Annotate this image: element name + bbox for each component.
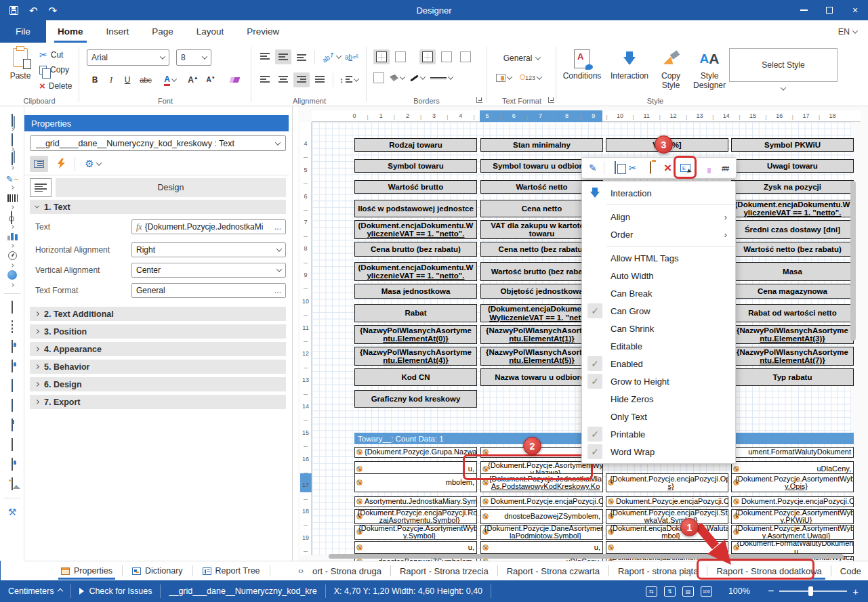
barcode-icon[interactable] [0, 192, 24, 209]
border-style-button[interactable] [430, 76, 453, 80]
text-format-dialog-launcher-icon[interactable] [548, 97, 554, 103]
design-data-cell[interactable]: {Dokument.Pozycje.encjaPozycji.RodzajAso… [354, 509, 477, 524]
data-band-icon[interactable] [0, 419, 24, 431]
close-button[interactable]: × [842, 0, 868, 20]
edit-button[interactable]: ✎ [585, 160, 601, 176]
property-value-select[interactable]: Right [131, 242, 286, 257]
page-tab-raport-strona-trzecia[interactable]: Raport - Strona trzecia [391, 561, 497, 580]
clone-component-icon[interactable] [0, 153, 24, 169]
design-header-cell[interactable]: Symbol towaru [354, 159, 477, 173]
design-header-cell[interactable]: Rodzaj towaru [354, 138, 477, 152]
property-value-field[interactable]: General... [131, 283, 286, 298]
context-menu-item-can-shrink[interactable]: Can Shrink [582, 320, 735, 337]
design-data-cell[interactable]: Dokument.Pozycje.encjaPozycji.Cen [606, 496, 728, 507]
panel-tab-dictionary[interactable]: Dictionary [123, 561, 192, 580]
horizontal-scrollbar[interactable] [329, 554, 844, 559]
ellipsis-button[interactable]: ... [274, 286, 281, 295]
design-header-cell[interactable]: {NazwyPolWlasnychAsortymentu.ElementAt(4… [354, 347, 477, 366]
design-data-cell[interactable]: dnostceBazowejZSymbolem, [480, 509, 603, 524]
context-menu-item-can-break[interactable]: Can Break [582, 284, 735, 302]
report-summary-band-icon[interactable] [0, 321, 24, 333]
zoom-slider-thumb[interactable] [808, 586, 813, 596]
context-menu-item-only-text[interactable]: Only Text [582, 408, 735, 425]
select-style-dropdown[interactable] [729, 83, 838, 93]
design-header-cell[interactable]: {NazwyPolWlasnychAsortymentu.ElementAt(0… [354, 325, 477, 344]
design-data-cell[interactable]: {Dokument.FormatWalutyDokumentu [731, 541, 854, 554]
design-header-cell[interactable]: Wartość netto (bez rabatu) [731, 242, 854, 257]
cut-button[interactable]: ✂ [625, 160, 641, 176]
design-header-cell[interactable]: Cena brutto (bez rabatu) [354, 242, 477, 257]
page-header-band-icon[interactable] [0, 341, 24, 353]
design-header-cell[interactable]: Typ rabatu [731, 368, 854, 386]
underline-button[interactable]: U [121, 72, 134, 87]
bold-button[interactable]: B [88, 72, 102, 87]
design-data-cell[interactable]: Asortymentu.JednostkaMiary.Symbo [354, 496, 477, 507]
page-tab-raport-strona-pi-ta[interactable]: Raport - strona piąta [609, 561, 707, 580]
panel-tab-report-tree[interactable]: Report Tree [193, 561, 270, 580]
format-database-button[interactable] [496, 74, 512, 82]
italic-button[interactable]: I [104, 72, 118, 87]
paste-button[interactable] [642, 160, 659, 176]
page-footer-band-icon[interactable] [0, 360, 24, 372]
chart-icon[interactable] [0, 231, 24, 247]
map-icon[interactable] [0, 270, 24, 286]
page-tab-raport-strona-czwarta[interactable]: Raport - Strona czwarta [498, 561, 608, 580]
tools-icon[interactable]: ⚒ [0, 506, 24, 518]
font-size-select[interactable]: 8 [176, 49, 211, 66]
strikethrough-button[interactable]: abc [137, 72, 154, 87]
design-header-cell[interactable]: {NazwyPolWlasnychAsortymentu.ElementAt(3… [731, 325, 854, 344]
tab-layout[interactable]: Layout [185, 20, 236, 43]
design-header-cell[interactable]: Średni czas dostawy [dni] [731, 220, 854, 239]
maximize-button[interactable] [817, 0, 842, 20]
delete-button[interactable]: ×Delete [39, 81, 72, 91]
context-menu-item-editable[interactable]: Editable [582, 337, 735, 355]
zoom-100-icon[interactable]: 100 [701, 586, 712, 597]
contact-band-icon[interactable] [0, 458, 24, 471]
fit-page-height-icon[interactable]: ⇅ [664, 586, 676, 597]
font-family-select[interactable]: Arial [87, 49, 169, 66]
units-selector[interactable]: Centimeters [0, 584, 71, 598]
section--behavior[interactable]: 5. Behavior [30, 360, 286, 374]
fill-color-button[interactable] [390, 74, 405, 81]
vertical-ruler[interactable]: 4567891011121314151617181920 [300, 122, 312, 555]
border-preset-3-button[interactable] [438, 49, 455, 64]
tab-preview[interactable]: Preview [235, 20, 291, 43]
style-designer-button[interactable]: AA StyleDesigner [690, 47, 729, 90]
conditions-button[interactable]: A Conditions [561, 47, 603, 81]
design-data-cell[interactable]: {Dokument.Pozycje.AsortymentWybry.Asorty… [731, 525, 854, 540]
wrap-text-button[interactable]: ab⏎ [345, 49, 358, 64]
design-data-cell[interactable]: {Dokument.Pozycje.encjaPozycji.Opis} [606, 473, 728, 492]
design-data-cell[interactable]: {Dokument.encjaDokumentu.Waluta.mbol} [606, 525, 728, 540]
border-preset-4-button[interactable] [457, 49, 474, 64]
context-menu-item-allow-html-tags[interactable]: Allow HTML Tags [582, 249, 735, 267]
design-header-cell[interactable]: Stan minimalny [480, 138, 603, 152]
context-menu-item-printable[interactable]: ✓Printable [582, 425, 735, 443]
copy-style-button[interactable]: CopyStyle [655, 47, 687, 90]
design-header-cell[interactable]: Ilość w podstawowej jednostce [354, 200, 477, 217]
signature-icon[interactable]: ✎~ [0, 173, 24, 189]
tab-file[interactable]: File [0, 20, 46, 43]
halign-center-button[interactable] [275, 72, 291, 87]
overlay-pages-icon[interactable] [0, 114, 24, 131]
border-preset-0-button[interactable] [373, 49, 390, 64]
design-header-cell[interactable]: Kod CN [354, 368, 477, 386]
context-menu-item-order[interactable]: Order› [582, 225, 735, 243]
halign-right-button[interactable] [293, 72, 310, 87]
tab-insert[interactable]: Insert [95, 20, 141, 43]
section-text-header[interactable]: 1. Text [30, 200, 286, 214]
valign-center-button[interactable] [275, 49, 291, 64]
design-header-cell[interactable]: Masa jednostkowa [354, 284, 477, 299]
grow-font-button[interactable]: A▲ [186, 72, 201, 87]
context-menu-item-can-grow[interactable]: ✓Can Grow [582, 302, 735, 320]
zoom-slider[interactable]: − + [758, 585, 868, 597]
design-header-cell[interactable]: Graficzny kod kreskowy [354, 390, 477, 408]
borders-dialog-launcher-icon[interactable] [476, 97, 482, 103]
design-data-cell[interactable]: {Dokument.Pozycje.AsortymentWybry.Symbol… [354, 525, 477, 540]
settings-button[interactable]: ⚙ [79, 156, 106, 172]
design-data-cell[interactable]: {Dokument.Pozycje.DaneAsortymentlaPodmio… [480, 525, 603, 540]
context-menu-item-hide-zeros[interactable]: Hide Zeros [582, 390, 735, 408]
design-header-cell[interactable]: Cena magazynowa [731, 284, 854, 299]
section--design[interactable]: 6. Design [30, 377, 286, 391]
component-selector[interactable]: __grid____dane__Numeryczny_kod_kreskowy … [30, 135, 286, 151]
select-style-button[interactable]: Select Style [729, 48, 838, 82]
